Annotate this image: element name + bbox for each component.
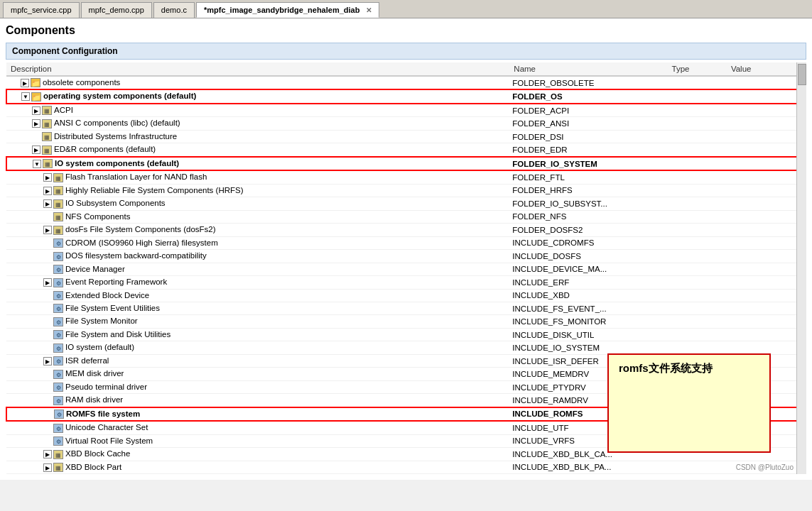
row-label: Distributed Systems Infrastructure xyxy=(54,132,177,141)
tree-toggle[interactable]: ▶ xyxy=(43,463,52,472)
row-type xyxy=(668,224,727,236)
tree-toggle[interactable]: ▶ xyxy=(21,79,29,87)
row-value xyxy=(727,89,806,103)
row-description: ⚙Pseudo terminal driver xyxy=(6,380,509,393)
table-row[interactable]: ▶▦IO Subsystem ComponentsFOLDER_IO_SUBSY… xyxy=(6,197,806,210)
table-row[interactable]: ⚙Device ManagerINCLUDE_DEVICE_MA... xyxy=(6,263,806,275)
row-description: ▶▦XBD Block Part xyxy=(6,461,509,473)
small-folder-icon: ▦ xyxy=(42,106,52,115)
tab-mpfc-image[interactable]: *mpfc_image_sandybridge_nehalem_diab ✕ xyxy=(196,2,380,18)
table-row[interactable]: ⚙File System and Disk UtilitiesINCLUDE_D… xyxy=(6,328,806,341)
row-label: ED&R components (default) xyxy=(54,145,156,153)
component-icon: ⚙ xyxy=(53,370,63,379)
row-description: ▼▦IO system components (default) xyxy=(6,157,509,170)
table-row[interactable]: ▶▦Highly Reliable File System Components… xyxy=(6,184,806,197)
row-description: ⚙CDROM (ISO9960 High Sierra) filesystem xyxy=(6,236,509,249)
table-row[interactable]: ▶▦ANSI C components (libc) (default)FOLD… xyxy=(6,117,806,130)
tree-toggle[interactable]: ▶ xyxy=(43,199,52,208)
small-folder-icon: ▦ xyxy=(53,173,63,182)
row-value xyxy=(727,236,806,249)
row-description: ▶▦Highly Reliable File System Components… xyxy=(6,184,509,197)
row-label: ACPI xyxy=(54,106,73,114)
tree-toggle[interactable]: ▶ xyxy=(43,278,52,287)
table-row[interactable]: ▼▦IO system components (default)FOLDER_I… xyxy=(6,157,806,170)
tree-toggle[interactable]: ▶ xyxy=(43,357,52,366)
row-description: ⚙RAM disk driver xyxy=(6,394,509,407)
table-row[interactable]: ⚙DOS filesystem backward-compatibilityIN… xyxy=(6,250,806,263)
component-icon: ⚙ xyxy=(53,291,63,300)
row-type xyxy=(668,250,727,263)
close-tab-icon[interactable]: ✕ xyxy=(366,6,372,14)
row-label: obsolete components xyxy=(43,78,120,87)
table-row[interactable]: ▶▦dosFs File System Components (dosFs2)F… xyxy=(6,224,806,236)
table-row[interactable]: ▦NFS ComponentsFOLDER_NFS xyxy=(6,210,806,223)
tab-demo-c[interactable]: demo.c xyxy=(153,2,195,18)
row-description: ▦Distributed Systems Infrastructure xyxy=(6,130,509,143)
small-folder-icon: ▦ xyxy=(53,212,63,221)
table-row[interactable]: ⚙CDROM (ISO9960 High Sierra) filesystemI… xyxy=(6,236,806,249)
tree-toggle[interactable]: ▶ xyxy=(32,119,40,128)
component-icon: ⚙ xyxy=(53,424,63,433)
row-type xyxy=(668,143,727,157)
row-label: Highly Reliable File System Components (… xyxy=(65,186,244,194)
tree-toggle[interactable]: ▶ xyxy=(43,187,52,195)
row-value xyxy=(727,143,806,157)
col-type: Type xyxy=(668,62,727,76)
table-row[interactable]: ▶▦XBD Block PartINCLUDE_XBD_BLK_PA... xyxy=(6,461,806,473)
table-row[interactable]: ▶📁obsolete componentsFOLDER_OBSOLETE xyxy=(6,76,806,89)
table-row[interactable]: ▼📁operating system components (default)F… xyxy=(6,89,806,103)
component-icon: ⚙ xyxy=(53,304,63,313)
table-row[interactable]: ▶▦ED&R components (default)FOLDER_EDR xyxy=(6,143,806,157)
table-row[interactable]: ⚙File System MonitorINCLUDE_FS_MONITOR xyxy=(6,315,806,328)
row-name: FOLDER_DSI xyxy=(509,130,667,143)
row-description: ▼📁operating system components (default) xyxy=(6,89,509,103)
row-label: Virtual Root File System xyxy=(65,436,153,445)
tree-toggle[interactable]: ▶ xyxy=(32,145,40,154)
row-label: operating system components (default) xyxy=(43,92,196,100)
row-value xyxy=(727,117,806,130)
scrollbar[interactable] xyxy=(796,62,806,474)
watermark: CSDN @PlutoZuo xyxy=(736,463,794,471)
row-description: ▶▦IO Subsystem Components xyxy=(6,197,509,210)
row-type xyxy=(668,315,727,328)
row-description: ⚙File System and Disk Utilities xyxy=(6,328,509,341)
row-name: INCLUDE_CDROMFS xyxy=(509,236,667,249)
tree-toggle[interactable]: ▼ xyxy=(33,160,41,168)
main-content: Components Component Configuration Descr… xyxy=(0,18,812,480)
row-type xyxy=(668,328,727,341)
row-label: Event Reporting Framework xyxy=(65,278,167,286)
tab-mpfc-service[interactable]: mpfc_service.cpp xyxy=(3,2,80,18)
tree-toggle[interactable]: ▼ xyxy=(21,92,30,101)
tab-mpfc-demo[interactable]: mpfc_demo.cpp xyxy=(81,2,152,18)
component-icon: ⚙ xyxy=(53,278,63,287)
page-title: Components xyxy=(6,24,806,37)
row-name: FOLDER_DOSFS2 xyxy=(509,224,667,236)
table-row[interactable]: ⚙File System Event UtilitiesINCLUDE_FS_E… xyxy=(6,302,806,314)
tree-toggle[interactable]: ▶ xyxy=(43,226,52,234)
table-row[interactable]: ⚙IO system (default)INCLUDE_IO_SYSTEM xyxy=(6,341,806,354)
row-type xyxy=(668,76,727,89)
component-icon: ⚙ xyxy=(53,383,63,392)
table-row[interactable]: ▦Distributed Systems InfrastructureFOLDE… xyxy=(6,130,806,143)
scrollbar-thumb[interactable] xyxy=(798,64,806,85)
tree-toggle[interactable]: ▶ xyxy=(32,106,40,115)
component-icon: ⚙ xyxy=(53,396,63,405)
component-icon: ⚙ xyxy=(53,238,63,248)
row-value xyxy=(727,130,806,143)
row-type xyxy=(668,276,727,289)
table-row[interactable]: ▶▦ACPIFOLDER_ACPI xyxy=(6,104,806,117)
table-row[interactable]: ▶⚙Event Reporting FrameworkINCLUDE_ERF xyxy=(6,276,806,289)
row-description: ⚙MEM disk driver xyxy=(6,368,509,380)
tree-toggle[interactable]: ▶ xyxy=(43,173,52,182)
row-label: Unicode Character Set xyxy=(65,423,148,432)
row-label: ANSI C components (libc) (default) xyxy=(54,119,180,127)
row-label: File System Event Utilities xyxy=(65,304,160,312)
tree-toggle[interactable]: ▶ xyxy=(43,450,52,458)
main-window: mpfc_service.cpp mpfc_demo.cpp demo.c *m… xyxy=(0,0,812,511)
table-row[interactable]: ⚙Extended Block DeviceINCLUDE_XBD xyxy=(6,289,806,302)
row-label: ROMFS file system xyxy=(66,410,140,418)
table-row[interactable]: ▶▦Flash Translation Layer for NAND flash… xyxy=(6,170,806,184)
row-type xyxy=(668,236,727,249)
row-name: FOLDER_EDR xyxy=(509,143,667,157)
row-type xyxy=(668,117,727,130)
